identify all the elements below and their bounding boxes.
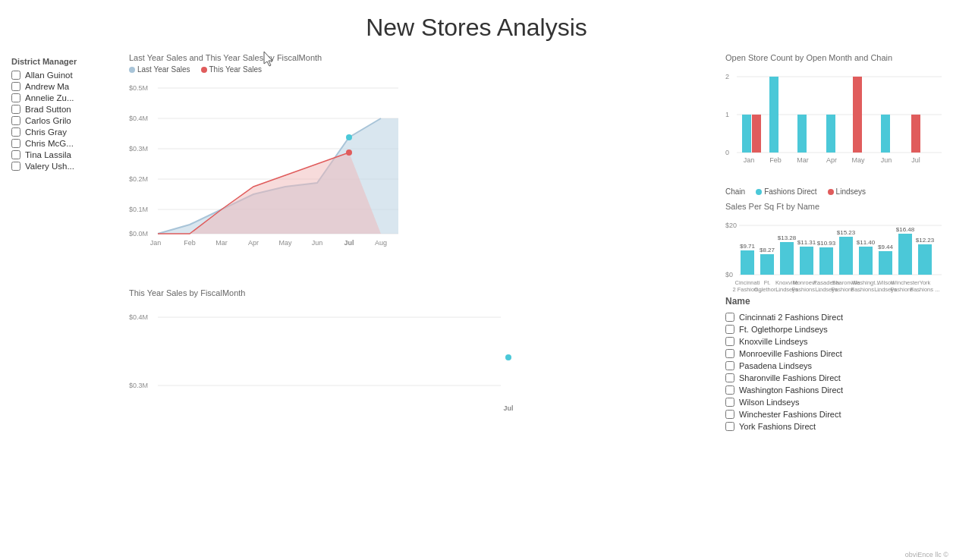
right-panel: Open Store Count by Open Month and Chain… [718, 49, 953, 556]
name-list-item-7[interactable]: Wilson Lindseys [725, 398, 945, 407]
svg-text:Jul: Jul [344, 239, 354, 247]
name-list-checkbox-0[interactable] [725, 313, 734, 322]
name-list-item-3[interactable]: Monroeville Fashions Direct [725, 349, 945, 358]
svg-text:Aug: Aug [375, 239, 387, 247]
sidebar-checkbox-0[interactable] [11, 71, 20, 80]
sidebar-checkbox-3[interactable] [11, 105, 20, 114]
name-list-label-8: Winchester Fashions Direct [739, 410, 841, 419]
open-store-chart-svg: 2 1 0 [725, 65, 945, 183]
svg-point-29 [505, 354, 511, 360]
svg-text:Jul: Jul [911, 156, 920, 164]
sidebar-checkbox-1[interactable] [11, 82, 20, 91]
legend-this-year: This Year Sales [201, 65, 263, 74]
svg-text:$0.2M: $0.2M [129, 175, 148, 183]
sidebar-item-7[interactable]: Tina Lassila [11, 150, 110, 159]
name-list-item-2[interactable]: Knoxville Lindseys [725, 337, 945, 346]
bar-chart-legend: Chain Fashions Direct Lindseys [725, 187, 945, 196]
svg-text:$20: $20 [725, 222, 737, 229]
svg-rect-37 [742, 115, 751, 153]
bottom-chart-panel: This Year Sales by FiscalMonth $0.4M $0.… [121, 285, 714, 556]
sidebar-checkbox-4[interactable] [11, 116, 20, 125]
sidebar-item-0[interactable]: Allan Guinot [11, 71, 110, 80]
name-list-checkbox-1[interactable] [725, 325, 734, 334]
name-list-item-5[interactable]: Sharonville Fashions Direct [725, 373, 945, 382]
name-list-label-9: York Fashions Direct [739, 422, 816, 431]
name-list-checkbox-3[interactable] [725, 349, 734, 358]
last-year-label: Last Year Sales [137, 65, 190, 74]
svg-rect-62 [800, 247, 813, 275]
sidebar-item-4[interactable]: Carlos Grilo [11, 116, 110, 125]
sidebar-item-2[interactable]: Annelie Zu... [11, 93, 110, 102]
lindseys-legend: Lindseys [828, 187, 866, 196]
svg-text:$0.3M: $0.3M [129, 382, 148, 389]
page-title: New Stores Analysis [0, 0, 953, 49]
sidebar-title: District Manager [11, 57, 110, 66]
svg-text:$9.71: $9.71 [740, 243, 756, 250]
svg-text:Jun: Jun [312, 239, 323, 247]
line-chart-title: Last Year Sales and This Year Sales by F… [129, 53, 706, 62]
name-list-label-2: Knoxville Lindseys [739, 337, 808, 346]
legend-last-year: Last Year Sales [129, 65, 190, 74]
svg-text:Feb: Feb [184, 239, 196, 247]
sidebar-item-5[interactable]: Chris Gray [11, 127, 110, 137]
sidebar-checkbox-5[interactable] [11, 127, 20, 137]
name-list-checkbox-4[interactable] [725, 361, 734, 370]
name-list-checkbox-8[interactable] [725, 410, 734, 419]
sidebar-checkbox-7[interactable] [11, 150, 20, 159]
svg-text:Jul: Jul [503, 404, 513, 412]
svg-rect-43 [881, 115, 890, 153]
svg-text:$0: $0 [725, 271, 733, 278]
name-list-item-9[interactable]: York Fashions Direct [725, 422, 945, 431]
lindseys-label: Lindseys [836, 187, 866, 196]
svg-rect-58 [760, 254, 774, 275]
svg-rect-66 [839, 237, 853, 275]
name-list-label-1: Ft. Oglethorpe Lindseys [739, 325, 828, 334]
sales-sqft-title: Sales Per Sq Ft by Name [725, 202, 945, 211]
sidebar-item-1[interactable]: Andrew Ma [11, 82, 110, 91]
sidebar-item-8[interactable]: Valery Ush... [11, 162, 110, 171]
sidebar-label-8: Valery Ush... [25, 162, 74, 171]
content-area: Last Year Sales and This Year Sales by F… [118, 49, 718, 556]
fashions-direct-legend: Fashions Direct [756, 187, 816, 196]
name-list-item-0[interactable]: Cincinnati 2 Fashions Direct [725, 313, 945, 322]
svg-text:Ft.: Ft. [764, 279, 771, 286]
name-list-checkbox-5[interactable] [725, 373, 734, 382]
name-list-item-6[interactable]: Washington Fashions Direct [725, 385, 945, 395]
sidebar-checkbox-8[interactable] [11, 162, 20, 171]
svg-point-16 [346, 134, 352, 140]
svg-rect-64 [819, 247, 833, 275]
svg-text:Washingt...: Washingt... [851, 279, 879, 286]
open-store-chart-title: Open Store Count by Open Month and Chain [725, 53, 945, 62]
sidebar-label-5: Chris Gray [25, 127, 67, 137]
name-list-item-8[interactable]: Winchester Fashions Direct [725, 410, 945, 419]
svg-text:$13.28: $13.28 [778, 234, 797, 241]
svg-text:$10.93: $10.93 [817, 240, 836, 247]
name-list-item-4[interactable]: Pasadena Lindseys [725, 361, 945, 370]
sidebar-item-3[interactable]: Brad Sutton [11, 105, 110, 114]
svg-rect-38 [752, 115, 761, 153]
name-list-label-4: Pasadena Lindseys [739, 361, 812, 370]
sidebar-checkbox-2[interactable] [11, 93, 20, 102]
sidebar-item-6[interactable]: Chris McG... [11, 139, 110, 148]
name-list-checkbox-7[interactable] [725, 398, 734, 407]
svg-text:$0.4M: $0.4M [129, 115, 148, 122]
svg-text:$12.23: $12.23 [916, 237, 935, 244]
svg-text:Feb: Feb [769, 156, 782, 164]
sidebar-label-1: Andrew Ma [25, 82, 69, 91]
svg-text:Jan: Jan [150, 239, 162, 247]
svg-text:$16.48: $16.48 [896, 226, 915, 233]
name-list-checkbox-9[interactable] [725, 422, 734, 431]
name-list-item-1[interactable]: Ft. Oglethorpe Lindseys [725, 325, 945, 334]
footer: obviEnce llc © [901, 549, 953, 560]
name-list-checkbox-6[interactable] [725, 385, 734, 395]
svg-text:Mar: Mar [797, 156, 809, 164]
svg-text:$15.23: $15.23 [837, 229, 856, 236]
name-list-checkbox-2[interactable] [725, 337, 734, 346]
svg-text:$0.1M: $0.1M [129, 206, 148, 213]
svg-text:May: May [851, 156, 865, 164]
sidebar-label-4: Carlos Grilo [25, 116, 71, 125]
name-list-label-3: Monroeville Fashions Direct [739, 349, 842, 358]
sidebar-checkbox-6[interactable] [11, 139, 20, 148]
sidebar-label-6: Chris McG... [25, 139, 74, 148]
fashions-direct-label: Fashions Direct [764, 187, 816, 196]
